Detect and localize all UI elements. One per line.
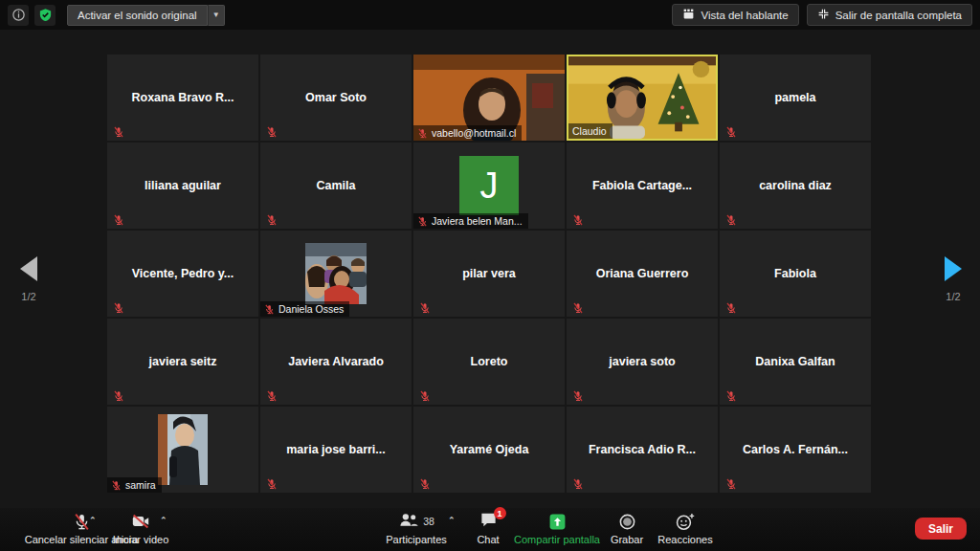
participant-name: Camila — [260, 179, 412, 192]
participant-name-tag: vabello@hotmail.cl — [413, 125, 522, 141]
security-shield-icon[interactable] — [34, 5, 56, 26]
muted-mic-icon — [113, 124, 124, 136]
next-page-arrow-icon — [945, 256, 962, 281]
participant-name-tag: Javiera belen Man... — [413, 213, 528, 229]
record-label: Grabar — [611, 534, 643, 545]
speaker-view-label: Vista del hablante — [701, 10, 788, 21]
participant-tile[interactable]: Carlos A. Fernán... — [720, 407, 871, 493]
profile-photo — [305, 243, 367, 304]
muted-mic-icon — [725, 476, 737, 488]
muted-mic-icon — [725, 300, 737, 312]
participants-options-chevron[interactable]: ⌃ — [448, 516, 456, 525]
participant-tile[interactable]: Roxana Bravo R... — [107, 55, 258, 141]
record-button[interactable]: Grabar — [605, 512, 649, 545]
speaker-view-button[interactable]: Vista del hablante — [672, 4, 798, 26]
participant-tile[interactable]: liliana aguilar — [107, 143, 258, 229]
participants-icon — [398, 512, 419, 532]
participant-tile[interactable]: Oriana Guerrero — [567, 231, 718, 317]
record-icon — [618, 512, 636, 531]
chat-badge: 1 — [494, 507, 506, 519]
exit-fullscreen-icon — [817, 8, 830, 22]
participant-tile[interactable]: Camila — [260, 143, 412, 229]
participant-tile[interactable]: maria jose barri... — [260, 407, 412, 493]
muted-camera-icon — [131, 512, 150, 531]
muted-mic-icon — [266, 388, 278, 400]
participant-tile[interactable]: JJaviera belen Man... — [413, 143, 565, 229]
audio-options-chevron[interactable]: ⌃ — [89, 516, 97, 525]
participant-name: Oriana Guerrero — [567, 267, 718, 280]
muted-mic-icon — [264, 304, 275, 315]
participant-grid: Roxana Bravo R...Omar Sotovabello@hotmai… — [107, 55, 873, 495]
muted-mic-icon — [725, 388, 737, 400]
leave-meeting-button[interactable]: Salir — [915, 518, 967, 540]
participant-tile[interactable]: Claudio — [567, 55, 718, 141]
participant-tile[interactable]: Fabiola Cartage... — [567, 143, 718, 229]
participant-tile[interactable]: Vicente, Pedro y... — [107, 231, 258, 317]
participant-tile[interactable]: javiera seitz — [107, 319, 258, 405]
reactions-label: Reacciones — [657, 534, 712, 545]
participant-tile[interactable]: samira — [107, 407, 258, 493]
exit-fullscreen-button[interactable]: Salir de pantalla completa — [807, 4, 972, 26]
participant-tile[interactable]: pamela — [720, 55, 871, 141]
participant-name: samira — [125, 479, 156, 491]
muted-mic-icon — [266, 124, 278, 136]
participant-tile[interactable]: Daniela Osses — [260, 231, 412, 317]
participant-name: carolina diaz — [720, 179, 871, 192]
exit-fullscreen-label: Salir de pantalla completa — [835, 10, 962, 21]
profile-photo — [158, 414, 208, 485]
participant-tile[interactable]: Francisca Adio R... — [567, 407, 718, 493]
participant-tile[interactable]: carolina diaz — [720, 143, 871, 229]
participant-name: javiera soto — [567, 355, 718, 368]
muted-mic-icon — [113, 300, 124, 312]
chat-button[interactable]: 1 Chat — [467, 512, 509, 545]
meeting-toolbar: Cancelar silenciar ahora ⌃ Iniciar video… — [0, 508, 980, 551]
muted-mic-icon — [725, 212, 737, 224]
share-screen-button[interactable]: Compartir pantalla — [507, 512, 607, 545]
muted-mic-icon — [572, 388, 584, 400]
letter-avatar: J — [459, 156, 519, 215]
participant-name: Vicente, Pedro y... — [107, 267, 258, 280]
page-indicator: 1/2 — [10, 291, 48, 302]
participant-tile[interactable]: Omar Soto — [260, 55, 412, 141]
participants-count: 38 — [423, 516, 434, 527]
muted-mic-icon — [419, 476, 431, 488]
reactions-icon — [676, 512, 695, 531]
participant-tile[interactable]: Yaramé Ojeda — [413, 407, 565, 493]
muted-mic-icon — [419, 388, 431, 400]
muted-mic-icon — [572, 476, 584, 488]
participant-name: Omar Soto — [260, 91, 412, 104]
meeting-info-icon[interactable] — [8, 5, 29, 26]
muted-mic-icon — [419, 300, 431, 312]
participant-tile[interactable]: Fabiola — [720, 231, 871, 317]
participants-button[interactable]: 38 Participantes — [375, 512, 457, 545]
muted-mic-icon — [572, 300, 584, 312]
participant-tile[interactable]: javiera soto — [567, 319, 718, 405]
participant-name: pilar vera — [413, 267, 565, 280]
original-sound-caret[interactable]: ▼ — [208, 5, 225, 26]
participant-name-tag: samira — [107, 477, 162, 493]
muted-mic-icon — [417, 128, 428, 139]
participant-name: vabello@hotmail.cl — [432, 127, 516, 139]
participant-tile[interactable]: Danixa Galfan — [720, 319, 871, 405]
muted-mic-icon — [266, 476, 278, 488]
original-sound-button[interactable]: Activar el sonido original — [67, 5, 208, 26]
participant-name: Roxana Bravo R... — [107, 91, 258, 104]
participant-name-tag: Daniela Osses — [260, 301, 349, 317]
page-indicator: 1/2 — [934, 291, 972, 302]
start-video-label: Iniciar video — [113, 534, 169, 545]
muted-mic-icon — [73, 512, 91, 531]
muted-mic-icon — [113, 388, 124, 400]
video-options-chevron[interactable]: ⌃ — [160, 516, 167, 525]
participant-name: Loreto — [413, 355, 565, 368]
next-page-button[interactable]: 1/2 — [934, 256, 972, 302]
participant-name: Danixa Galfan — [720, 355, 871, 368]
reactions-button[interactable]: Reacciones — [653, 512, 718, 545]
participant-tile[interactable]: Javiera Alvarado — [260, 319, 412, 405]
participant-tile[interactable]: vabello@hotmail.cl — [413, 55, 565, 141]
participant-tile[interactable]: pilar vera — [413, 231, 565, 317]
previous-page-button[interactable]: 1/2 — [10, 256, 48, 302]
muted-mic-icon — [417, 216, 428, 227]
previous-page-arrow-icon — [20, 256, 37, 281]
participant-tile[interactable]: Loreto — [413, 319, 565, 405]
participant-name: Fabiola Cartage... — [567, 179, 718, 192]
